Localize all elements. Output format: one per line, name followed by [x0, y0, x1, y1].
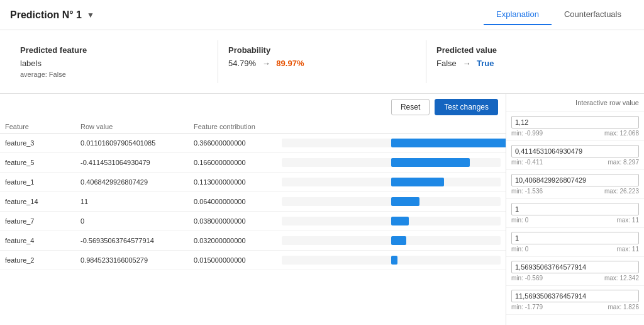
- cell-contribution: 0.166000000000: [189, 153, 277, 173]
- right-panel: Interactive row value min: -0.999 max: 1…: [506, 94, 644, 325]
- interactive-minmax: min: -0.999 max: 12.068: [511, 130, 639, 137]
- cell-contribution: 0.064000000000: [189, 192, 277, 212]
- probability-to: 89.97%: [276, 59, 304, 68]
- prediction-title: Prediction N° 1: [10, 9, 82, 21]
- bar-container: [282, 178, 501, 186]
- probability-label: Probability: [228, 45, 416, 55]
- max-label: max: 12.068: [604, 130, 639, 137]
- bar-container: [282, 197, 501, 206]
- tab-counterfactuals[interactable]: Counterfactuals: [552, 4, 634, 25]
- interactive-input[interactable]: [511, 145, 639, 157]
- cell-row-value: 0.9845233166005279: [75, 251, 189, 270]
- interactive-input[interactable]: [511, 261, 639, 273]
- interactive-input[interactable]: [511, 290, 639, 302]
- interactive-row: min: -0.411 max: 8.297: [506, 141, 644, 170]
- cell-feature: feature_2: [0, 251, 75, 270]
- table-row: feature_7 0 0.038000000000: [0, 212, 506, 231]
- col-header-contribution: Feature contribution: [189, 120, 277, 134]
- cell-feature: feature_14: [0, 192, 75, 212]
- cell-feature: feature_1: [0, 173, 75, 192]
- cell-bar: [277, 212, 506, 231]
- probability-arrow: →: [262, 59, 270, 68]
- cell-row-value: 0: [75, 212, 189, 231]
- min-label: min: -1.536: [511, 188, 543, 195]
- cell-row-value: -0.56935063764577914: [75, 231, 189, 251]
- bar-fill: [391, 217, 409, 225]
- bar-fill: [391, 256, 397, 265]
- max-label: max: 26.223: [604, 188, 639, 195]
- max-label: max: 11: [616, 217, 639, 224]
- predicted-feature-value: labels: [20, 59, 208, 68]
- max-label: max: 8.297: [608, 159, 639, 166]
- cell-contribution: 0.366000000000: [189, 134, 277, 153]
- probability-value: 54.79% → 89.97%: [228, 59, 416, 68]
- header: Prediction N° 1 ▼ Explanation Counterfac…: [0, 0, 644, 30]
- cell-bar: [277, 173, 506, 192]
- min-label: min: 0: [511, 217, 528, 224]
- cell-feature: feature_5: [0, 153, 75, 173]
- cell-contribution: 0.038000000000: [189, 212, 277, 231]
- min-label: min: -0.999: [511, 130, 543, 137]
- interactive-minmax: min: 0 max: 11: [511, 217, 639, 224]
- table-row: feature_1 0.4068429926807429 0.113000000…: [0, 173, 506, 192]
- min-label: min: -0.569: [511, 275, 543, 282]
- bar-container: [282, 158, 501, 167]
- col-header-feature: Feature: [0, 120, 75, 134]
- summary-row: Predicted feature labels average: False …: [0, 30, 644, 94]
- predicted-feature-label: Predicted feature: [20, 45, 208, 55]
- tab-explanation[interactable]: Explanation: [484, 4, 552, 25]
- col-header-row-value: Row value: [75, 120, 189, 134]
- test-changes-button[interactable]: Test changes: [435, 99, 498, 115]
- cell-feature: feature_7: [0, 212, 75, 231]
- cell-contribution: 0.113000000000: [189, 173, 277, 192]
- min-label: min: -0.411: [511, 159, 543, 166]
- header-tabs: Explanation Counterfactuals: [484, 4, 634, 25]
- cell-bar: [277, 231, 506, 251]
- right-panel-header: Interactive row value: [506, 94, 644, 112]
- interactive-row: min: -0.999 max: 12.068: [506, 112, 644, 141]
- interactive-input[interactable]: [511, 116, 639, 128]
- cell-feature: feature_3: [0, 134, 75, 153]
- cell-bar: [277, 153, 506, 173]
- interactive-input[interactable]: [511, 174, 639, 186]
- bar-container: [282, 236, 501, 245]
- cell-row-value: 0.4068429926807429: [75, 173, 189, 192]
- predicted-value-from: False: [436, 59, 457, 68]
- reset-button[interactable]: Reset: [391, 99, 430, 115]
- cell-bar: [277, 192, 506, 212]
- interactive-minmax: min: -0.569 max: 12.342: [511, 275, 639, 282]
- interactive-input[interactable]: [511, 203, 639, 215]
- predicted-feature-sub: average: False: [20, 71, 208, 78]
- bar-fill: [391, 178, 444, 186]
- cell-bar: [277, 134, 506, 153]
- summary-predicted-feature: Predicted feature labels average: False: [10, 40, 218, 83]
- interactive-row: min: -0.569 max: 12.342: [506, 257, 644, 286]
- prediction-dropdown-icon[interactable]: ▼: [87, 11, 94, 20]
- interactive-row: min: -1.536 max: 26.223: [506, 170, 644, 199]
- interactive-minmax: min: 0 max: 11: [511, 246, 639, 253]
- cell-contribution: 0.015000000000: [189, 251, 277, 270]
- content: Reset Test changes Feature Row value Fea…: [0, 94, 644, 325]
- summary-probability: Probability 54.79% → 89.97%: [218, 40, 426, 83]
- cell-contribution: 0.032000000000: [189, 231, 277, 251]
- predicted-value-label: Predicted value: [436, 45, 624, 55]
- predicted-value-to: True: [477, 59, 494, 68]
- features-table: Feature Row value Feature contribution f…: [0, 120, 506, 270]
- cell-row-value: 0.011016097905401085: [75, 134, 189, 153]
- bar-container: [282, 256, 501, 265]
- bar-fill: [391, 197, 419, 206]
- bar-fill: [391, 139, 506, 147]
- col-header-bar: [277, 120, 506, 134]
- interactive-input[interactable]: [511, 232, 639, 244]
- table-wrapper: Feature Row value Feature contribution f…: [0, 120, 506, 325]
- cell-row-value: 11: [75, 192, 189, 212]
- min-label: min: 0: [511, 246, 528, 253]
- max-label: max: 12.342: [604, 275, 639, 282]
- cell-bar: [277, 251, 506, 270]
- interactive-row: min: 0 max: 11: [506, 228, 644, 257]
- header-left: Prediction N° 1 ▼: [10, 9, 94, 21]
- table-row: feature_2 0.9845233166005279 0.015000000…: [0, 251, 506, 270]
- predicted-value-arrow: →: [462, 59, 470, 68]
- table-row: feature_4 -0.56935063764577914 0.0320000…: [0, 231, 506, 251]
- table-row: feature_14 11 0.064000000000: [0, 192, 506, 212]
